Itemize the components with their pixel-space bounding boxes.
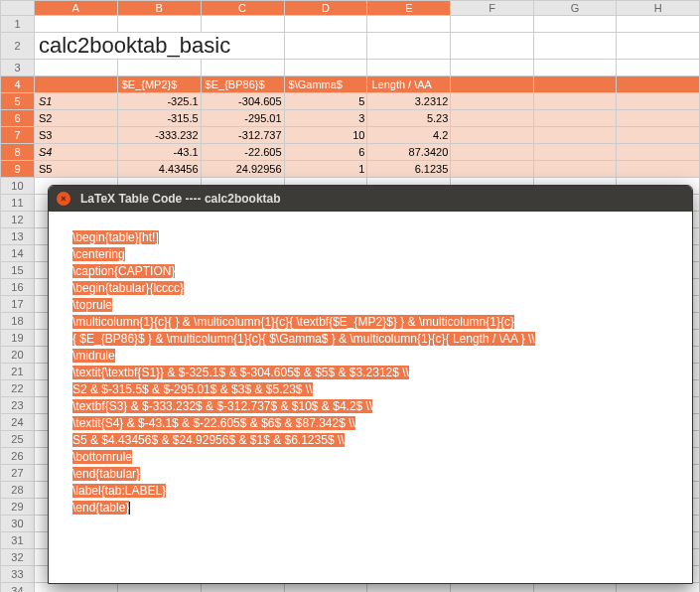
row-header-7[interactable]: 7 — [1, 127, 35, 144]
select-all-corner[interactable] — [1, 1, 35, 16]
cell[interactable] — [533, 144, 617, 161]
cell[interactable]: 5 — [284, 93, 367, 110]
cell[interactable] — [34, 76, 117, 93]
cell[interactable]: -312.737 — [201, 127, 284, 144]
row-header-32[interactable]: 32 — [1, 549, 35, 566]
cell[interactable]: 6 — [284, 144, 367, 161]
cell[interactable]: $\Gamma$ — [284, 76, 367, 93]
cell[interactable] — [451, 110, 534, 127]
row-header-2[interactable]: 2 — [1, 33, 35, 60]
row-header-3[interactable]: 3 — [1, 60, 35, 76]
row-header-4[interactable]: 4 — [1, 76, 35, 93]
cell[interactable] — [533, 93, 617, 110]
cell[interactable] — [451, 93, 534, 110]
row-header-20[interactable]: 20 — [1, 347, 35, 364]
title-cell[interactable]: calc2booktab_basic — [34, 33, 284, 60]
cell[interactable]: 3.2312 — [367, 93, 451, 110]
cell[interactable]: 5.23 — [367, 110, 451, 127]
cell[interactable] — [617, 110, 700, 127]
row-header-9[interactable]: 9 — [1, 161, 35, 178]
cell[interactable] — [617, 76, 700, 93]
row-header-29[interactable]: 29 — [1, 499, 35, 516]
cell[interactable]: $E_{MP2}$ — [117, 76, 201, 93]
cell[interactable] — [451, 161, 534, 178]
cell[interactable] — [617, 60, 700, 76]
cell[interactable]: S3 — [34, 127, 117, 144]
row-header-27[interactable]: 27 — [1, 465, 35, 482]
cell[interactable] — [451, 16, 534, 33]
cell[interactable] — [451, 33, 534, 60]
cell[interactable] — [34, 16, 117, 33]
cell[interactable]: -315.5 — [117, 110, 201, 127]
row-header-6[interactable]: 6 — [1, 110, 35, 127]
row-header-1[interactable]: 1 — [1, 16, 35, 33]
row-header-28[interactable]: 28 — [1, 482, 35, 499]
row-header-33[interactable]: 33 — [1, 566, 35, 583]
cell[interactable]: 87.3420 — [367, 144, 451, 161]
row-header-31[interactable]: 31 — [1, 532, 35, 549]
cell[interactable] — [284, 33, 367, 60]
cell[interactable]: $E_{BP86}$ — [201, 76, 284, 93]
cell[interactable] — [284, 60, 367, 76]
row-header-23[interactable]: 23 — [1, 397, 35, 414]
cell[interactable]: 4.2 — [367, 127, 451, 144]
cell[interactable]: S2 — [34, 110, 117, 127]
col-header-E[interactable]: E — [367, 1, 451, 16]
cell[interactable] — [367, 16, 451, 33]
close-icon[interactable]: × — [57, 192, 70, 206]
cell[interactable] — [617, 127, 700, 144]
cell[interactable] — [284, 16, 367, 33]
col-header-D[interactable]: D — [284, 1, 367, 16]
cell[interactable] — [367, 33, 451, 60]
row-header-34[interactable]: 34 — [1, 583, 35, 593]
row-header-15[interactable]: 15 — [1, 262, 35, 279]
cell[interactable]: 6.1235 — [367, 161, 451, 178]
cell[interactable] — [451, 60, 534, 76]
cell[interactable]: -43.1 — [117, 144, 201, 161]
row-header-11[interactable]: 11 — [1, 195, 35, 212]
row-header-13[interactable]: 13 — [1, 228, 35, 245]
cell[interactable]: 3 — [284, 110, 367, 127]
cell[interactable] — [34, 60, 117, 76]
cell[interactable] — [617, 144, 700, 161]
cell[interactable] — [617, 93, 700, 110]
col-header-C[interactable]: C — [201, 1, 284, 16]
row-header-21[interactable]: 21 — [1, 364, 35, 380]
cell[interactable]: 1 — [284, 161, 367, 178]
cell[interactable] — [117, 16, 201, 33]
row-header-24[interactable]: 24 — [1, 414, 35, 431]
cell[interactable] — [201, 60, 284, 76]
cell[interactable] — [451, 127, 534, 144]
cell[interactable] — [533, 16, 617, 33]
col-header-A[interactable]: A — [34, 1, 117, 16]
row-header-14[interactable]: 14 — [1, 245, 35, 262]
col-header-F[interactable]: F — [451, 1, 534, 16]
cell[interactable]: 10 — [284, 127, 367, 144]
row-header-17[interactable]: 17 — [1, 296, 35, 313]
cell[interactable] — [533, 127, 617, 144]
col-header-H[interactable]: H — [617, 1, 700, 16]
cell[interactable]: -325.1 — [117, 93, 201, 110]
cell[interactable]: S4 — [34, 144, 117, 161]
row-header-25[interactable]: 25 — [1, 431, 35, 448]
cell[interactable] — [451, 76, 534, 93]
cell[interactable] — [201, 16, 284, 33]
cell[interactable]: S5 — [34, 161, 117, 178]
cell[interactable] — [451, 144, 534, 161]
row-header-8[interactable]: 8 — [1, 144, 35, 161]
cell[interactable]: 24.92956 — [201, 161, 284, 178]
row-header-12[interactable]: 12 — [1, 212, 35, 228]
cell[interactable] — [617, 33, 700, 60]
cell[interactable] — [533, 33, 617, 60]
cell[interactable]: -333.232 — [117, 127, 201, 144]
row-header-10[interactable]: 10 — [1, 178, 35, 195]
row-header-22[interactable]: 22 — [1, 380, 35, 397]
row-header-5[interactable]: 5 — [1, 93, 35, 110]
cell[interactable]: -295.01 — [201, 110, 284, 127]
cell[interactable] — [617, 16, 700, 33]
cell[interactable]: S1 — [34, 93, 117, 110]
cell[interactable]: Length / \AA — [367, 76, 451, 93]
cell[interactable] — [533, 60, 617, 76]
cell[interactable]: -304.605 — [201, 93, 284, 110]
cell[interactable] — [533, 76, 617, 93]
